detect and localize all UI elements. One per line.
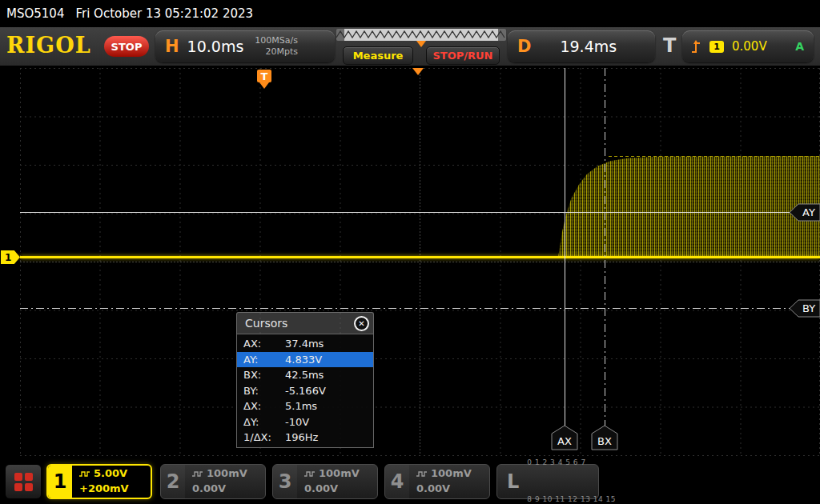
channel-2-scale: 100mV: [207, 466, 247, 482]
trigger-level-value: 0.00V: [732, 39, 767, 54]
channel-3-values: 100mV 0.00V: [297, 465, 360, 498]
channel-2-button[interactable]: 2 100mV 0.00V: [160, 464, 266, 499]
svg-text:T: T: [261, 70, 268, 82]
delay-settings-button[interactable]: D 19.4ms: [508, 30, 655, 62]
cursor-row-bx[interactable]: BX: 42.5ms: [237, 367, 373, 383]
channel-3-offset: 0.00V: [304, 482, 360, 497]
cursor-row-ay[interactable]: AY: 4.833V: [237, 352, 373, 368]
trigger-slope-icon: [690, 39, 701, 54]
t-label: T: [663, 34, 676, 57]
cursors-popup: Cursors ✕ AX: 37.4ms AY: 4.833V BX: 42.5…: [236, 312, 374, 448]
channel-4-scale: 100mV: [431, 466, 472, 482]
cursor-row-ax[interactable]: AX: 37.4ms: [237, 336, 373, 352]
memory-depth: 20Mpts: [265, 46, 298, 58]
coupling-icon: [416, 470, 427, 478]
close-icon[interactable]: ✕: [354, 316, 369, 331]
cursor-ay-tag[interactable]: AY: [790, 204, 820, 221]
channel-3-button[interactable]: 3 100mV 0.00V: [272, 464, 378, 499]
logic-channels-button[interactable]: L 0 1 2 3 4 5 6 7 8 9 10 11 12 13 14 15: [496, 464, 599, 499]
channel-4-offset: 0.00V: [416, 482, 472, 497]
h-label: H: [165, 37, 179, 56]
trigger-sweep-mode: A: [795, 40, 804, 53]
channel-2-number: 2: [161, 465, 185, 498]
header-bar: RIGOL STOP H 10.0ms 100MSa/s 20Mpts Meas…: [0, 27, 820, 66]
trigger-settings-button[interactable]: 1 0.00V A: [682, 30, 814, 62]
acquisition-status-badge: STOP: [104, 36, 149, 57]
cursor-row-dx[interactable]: ΔX: 5.1ms: [237, 398, 373, 414]
svg-text:BY: BY: [802, 302, 815, 314]
trigger-source-badge: 1: [709, 41, 724, 53]
svg-text:AY: AY: [802, 206, 815, 218]
stop-run-button[interactable]: STOP/RUN: [426, 46, 500, 65]
cursor-row-by[interactable]: BY: -5.166V: [237, 383, 373, 399]
menu-grid-icon: [14, 473, 33, 491]
channel-4-values: 100mV 0.00V: [409, 465, 472, 498]
trigger-position-flag[interactable]: T: [257, 70, 271, 89]
horizontal-settings-button[interactable]: H 10.0ms 100MSa/s 20Mpts: [155, 30, 335, 62]
popup-title: Cursors: [245, 317, 287, 330]
memory-position-strip[interactable]: [336, 29, 506, 41]
cursor-row-dy[interactable]: ΔY: -10V: [237, 414, 373, 430]
channel-4-button[interactable]: 4 100mV 0.00V: [384, 464, 490, 499]
cursor-by-tag[interactable]: BY: [790, 300, 820, 317]
bottom-bar: 1 5.00V +200mV 2 100mV: [0, 460, 820, 504]
logic-label: L: [507, 470, 519, 493]
timebase-value: 10.0ms: [187, 38, 244, 55]
popup-titlebar[interactable]: Cursors ✕: [236, 312, 374, 334]
channel-1-scale: 5.00V: [94, 466, 127, 482]
cursor-overlay: AX BX AY BY T: [20, 68, 820, 456]
oscilloscope-screen: MSO5104 Fri October 13 05:21:02 2023 RIG…: [0, 0, 820, 504]
channel-2-offset: 0.00V: [192, 482, 247, 497]
status-bar: MSO5104 Fri October 13 05:21:02 2023: [0, 0, 820, 27]
delay-value: 19.4ms: [560, 38, 617, 55]
channel-1-offset: +200mV: [79, 482, 129, 497]
trigger-delay-marker[interactable]: [412, 68, 424, 75]
channel-3-number: 3: [273, 465, 297, 498]
coupling-icon: [192, 470, 203, 478]
coupling-icon: [79, 470, 90, 478]
menu-button[interactable]: [5, 464, 42, 499]
logic-channel-numbers: 0 1 2 3 4 5 6 7 8 9 10 11 12 13 14 15: [527, 433, 616, 504]
memory-waveform-icon: [336, 29, 506, 41]
coupling-icon: [304, 470, 315, 478]
channel-1-number: 1: [48, 466, 72, 498]
d-label: D: [517, 37, 531, 56]
measure-button[interactable]: Measure: [343, 46, 413, 65]
trigger-position-marker-icon: [416, 41, 426, 47]
model-name: MSO5104: [6, 6, 64, 21]
ch1-ground-marker[interactable]: 1: [1, 250, 20, 264]
channel-1-button[interactable]: 1 5.00V +200mV: [46, 464, 152, 499]
datetime: Fri October 13 05:21:02 2023: [75, 6, 253, 21]
rigol-logo: RIGOL: [6, 33, 91, 58]
channel-4-number: 4: [385, 465, 409, 498]
cursor-readout-list: AX: 37.4ms AY: 4.833V BX: 42.5ms BY: -5.…: [236, 334, 374, 448]
channel-1-values: 5.00V +200mV: [72, 466, 129, 498]
channel-2-values: 100mV 0.00V: [185, 465, 247, 498]
sample-rate: 100MSa/s: [255, 35, 298, 46]
waveform-display[interactable]: AX BX AY BY T: [20, 68, 820, 456]
acquisition-info: 100MSa/s 20Mpts: [255, 35, 298, 58]
channel-3-scale: 100mV: [319, 466, 360, 482]
cursor-row-inv-dx[interactable]: 1/ΔX: 196Hz: [237, 430, 373, 446]
